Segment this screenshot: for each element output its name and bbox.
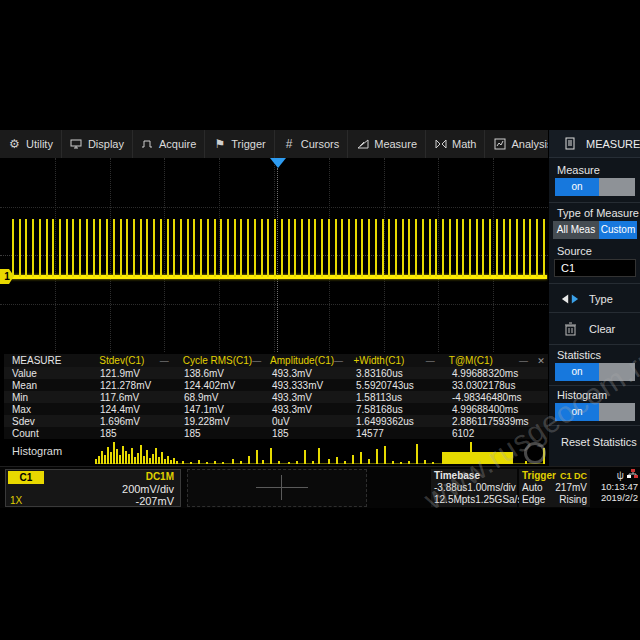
menu-measure[interactable]: Measure xyxy=(348,130,426,158)
histogram-strip-label: Histogram xyxy=(12,445,62,457)
analysis-icon xyxy=(493,138,506,151)
c1-waveform-pulse xyxy=(462,219,464,277)
c1-waveform-pulse xyxy=(32,219,34,277)
divider xyxy=(549,283,640,284)
histogram-strip: Histogram xyxy=(0,440,548,466)
table-cell: 493.3mV xyxy=(264,368,348,379)
histogram-toggle[interactable]: on xyxy=(555,403,635,421)
c1-waveform-pulse xyxy=(187,219,189,277)
menu-acquire[interactable]: Acquire xyxy=(133,130,205,158)
table-cell: 0uV xyxy=(264,416,348,427)
timebase-box[interactable]: Timebase -3.88us1.00ms/div 12.5Mpts1.25G… xyxy=(431,469,517,507)
clear-menu-item[interactable]: Clear xyxy=(549,316,640,342)
trigger-position-marker[interactable] xyxy=(270,158,286,168)
menu-analysis-label: Analysis xyxy=(511,138,552,150)
trigger-type: Edge xyxy=(522,494,545,506)
menu-trigger[interactable]: ⚑ Trigger xyxy=(205,130,274,158)
c1-waveform-pulse xyxy=(39,219,41,277)
c1-waveform-pulse xyxy=(375,219,377,277)
histogram-bar xyxy=(116,449,118,464)
c1-waveform-pulse xyxy=(529,219,531,277)
bottom-bar: C1 DC1M 200mV/div 1X -207mV Timebase -3.… xyxy=(0,466,640,508)
statistics-toggle[interactable]: on xyxy=(555,363,635,381)
column-header: +Width(C1) xyxy=(354,355,405,366)
table-row: Min117.6mV68.9mV493.3mV1.58113us-4.98346… xyxy=(4,391,548,403)
c1-waveform-pulse xyxy=(469,219,471,277)
histogram-bar xyxy=(131,448,133,464)
trigger-box[interactable]: TriggerC1 DC Auto217mV EdgeRising xyxy=(519,469,590,507)
channel-1-box[interactable]: C1 DC1M 200mV/div 1X -207mV xyxy=(5,469,181,507)
column-collapse-button[interactable]: — xyxy=(334,356,343,366)
c1-waveform-pulse xyxy=(294,219,296,277)
table-header-cell: +Width(C1)— xyxy=(346,355,441,366)
table-cell: 7.58168us xyxy=(348,404,444,415)
statistics-toggle-label: Statistics xyxy=(557,349,601,361)
table-cell: 14577 xyxy=(348,428,444,439)
all-meas-button[interactable]: All Meas xyxy=(553,221,599,239)
table-row: Mean121.278mV124.402mV493.333mV5.5920743… xyxy=(4,379,548,391)
column-collapse-button[interactable]: — xyxy=(519,356,528,366)
histogram-bar xyxy=(176,461,178,464)
c1-waveform-pulse xyxy=(113,219,115,277)
timebase-points: 12.5Mpts xyxy=(434,494,475,506)
histogram-bar xyxy=(442,452,513,464)
type-of-measure-label: Type of Measure xyxy=(557,207,639,219)
c1-waveform-pulse xyxy=(25,219,27,277)
histogram-bar xyxy=(352,455,354,464)
reset-statistics-button[interactable]: Reset Statistics xyxy=(549,430,640,454)
histogram-bar xyxy=(232,459,234,464)
divider xyxy=(549,312,640,313)
menu-math[interactable]: Math xyxy=(426,130,485,158)
source-field[interactable]: C1 xyxy=(554,259,636,277)
menu-utility[interactable]: ⚙ Utility xyxy=(0,130,62,158)
c1-waveform-pulse xyxy=(516,219,518,277)
measure-toggle-off[interactable] xyxy=(599,178,635,196)
clock-date: 2019/2/2 xyxy=(592,492,638,503)
histogram-bar xyxy=(98,456,100,464)
channel-1-badge[interactable]: C1 xyxy=(8,471,44,484)
c1-waveform-pulse xyxy=(355,219,357,277)
histogram-bar xyxy=(107,447,109,464)
histogram-bar xyxy=(155,448,157,464)
measure-toggle[interactable]: on xyxy=(555,178,635,196)
flag-icon: ⚑ xyxy=(213,138,226,151)
column-collapse-button[interactable]: — xyxy=(252,356,261,366)
c1-waveform-pulse xyxy=(341,219,343,277)
measure-icon xyxy=(356,138,369,151)
table-close-button[interactable]: ✕ xyxy=(534,356,548,366)
c1-waveform-pulse xyxy=(267,219,269,277)
column-collapse-button[interactable]: — xyxy=(426,356,435,366)
c1-waveform-pulse xyxy=(173,219,175,277)
histogram-toggle-off[interactable] xyxy=(599,403,635,421)
histogram-bar xyxy=(296,461,298,464)
channel-scale: 200mV/div xyxy=(122,483,174,495)
statistics-toggle-off[interactable] xyxy=(599,363,635,381)
c1-waveform-pulse xyxy=(422,219,424,277)
histogram-toggle-label: Histogram xyxy=(557,389,607,401)
custom-button[interactable]: Custom xyxy=(599,221,637,239)
statistics-toggle-on[interactable]: on xyxy=(555,363,599,381)
c1-waveform-pulse xyxy=(227,219,229,277)
histogram-toggle-on[interactable]: on xyxy=(555,403,599,421)
crosshair-icon xyxy=(281,475,282,500)
waveform-grid: 1 xyxy=(0,158,548,352)
c1-waveform-pulse xyxy=(120,219,122,277)
timebase-scale: 1.00ms/div xyxy=(467,482,515,494)
table-cell: 1.696mV xyxy=(92,416,176,427)
c1-waveform-pulse xyxy=(543,219,545,277)
column-collapse-button[interactable]: — xyxy=(160,356,169,366)
histogram-bar xyxy=(101,451,103,464)
row-label: Mean xyxy=(4,380,92,391)
table-cell: 493.333mV xyxy=(264,380,348,391)
delay-indicator-box xyxy=(187,469,367,507)
histogram-bar xyxy=(424,460,426,464)
c1-waveform-pulse xyxy=(449,219,451,277)
menu-display[interactable]: Display xyxy=(62,130,133,158)
c1-waveform-pulse xyxy=(408,219,410,277)
gridline xyxy=(55,158,56,352)
menu-cursors[interactable]: # Cursors xyxy=(275,130,349,158)
histogram-bar xyxy=(318,448,320,464)
type-menu-item[interactable]: Type xyxy=(549,286,640,312)
histogram-bar xyxy=(248,456,250,464)
measure-toggle-on[interactable]: on xyxy=(555,178,599,196)
